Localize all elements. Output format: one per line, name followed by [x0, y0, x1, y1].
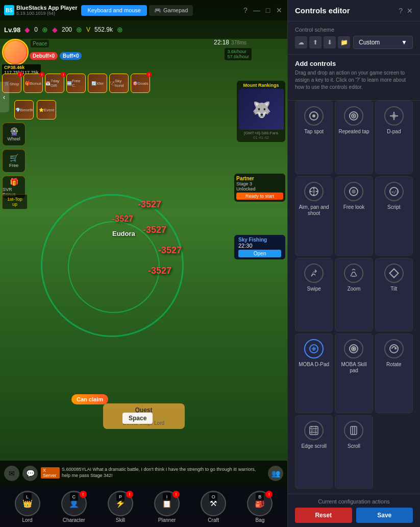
control-tap-spot[interactable]: Tap spot — [295, 101, 333, 174]
maximize-button[interactable]: □ — [264, 6, 272, 14]
swipe-icon — [304, 264, 324, 283]
scheme-upload-icon[interactable]: ⬆ — [309, 36, 322, 49]
control-script[interactable]: </> Script — [375, 176, 413, 256]
tab-gamepad[interactable]: 🎮 Gamepad — [149, 5, 193, 16]
avatar-section[interactable]: CP38.46k 117.75k/117.75k — [2, 39, 29, 65]
control-aim-pan[interactable]: Aim, pan and shoot — [295, 176, 333, 256]
hotbar-skill[interactable]: P ⚡ ! Skill — [108, 491, 133, 523]
partner-stage: Stage 3 — [236, 181, 283, 186]
svg-text:</>: </> — [391, 190, 399, 195]
mount-subtitle: [GMT+8]-S88.Fara — [239, 131, 283, 135]
reset-button[interactable]: Reset — [295, 508, 352, 523]
planner-excl: ! — [172, 491, 180, 498]
dpad-icon — [384, 106, 404, 126]
fishing-open-btn[interactable]: Open — [238, 250, 281, 257]
skill-7day[interactable]: 📅 ! 7day Gift — [45, 74, 64, 93]
top-bar: BS BlueStacks App Player 5.19.100.1019 (… — [0, 0, 287, 20]
hotbar-key-character: C — [70, 493, 78, 501]
hotbar-key-skill: P — [116, 493, 125, 501]
topup-btn[interactable]: 1st-Top up — [2, 194, 28, 209]
social-icon-btn[interactable]: 👥 — [268, 466, 283, 481]
hotbar-character[interactable]: C 👤 ! Character — [61, 491, 87, 523]
svg-point-22 — [390, 345, 398, 353]
stats-panel: 3.6k/hour 57.6k/hour — [225, 48, 252, 60]
scheme-select[interactable]: Custom ▼ — [353, 36, 413, 49]
hotbar-bag[interactable]: B 🎒 ! Bag — [247, 491, 273, 523]
control-dpad[interactable]: D-pad — [375, 101, 413, 174]
hotbar-label-lord: Lord — [22, 517, 33, 523]
minimize-button[interactable]: — — [253, 6, 261, 14]
control-free-look[interactable]: Free look — [335, 176, 373, 256]
partner-panel: Partner Stage 3 Unlocked Ready to start — [234, 174, 285, 202]
wheel-label: Wheel — [7, 136, 20, 141]
hotbar-planner[interactable]: I 📋 ! Planner — [154, 491, 180, 523]
free-look-icon — [344, 182, 363, 201]
dpad-label: D-pad — [387, 129, 401, 135]
chat-message: S.600085YLAI What a dramatic battle, I d… — [62, 467, 265, 478]
panel-help-icon[interactable]: ? — [399, 7, 403, 15]
scheme-download-icon[interactable]: ⬇ — [324, 36, 336, 49]
skill-free[interactable]: 🆓 Free C. — [66, 74, 86, 93]
svg-point-13 — [352, 190, 355, 193]
scheme-label: Control scheme — [295, 27, 413, 33]
skill-xfer[interactable]: 🔄 Xfer — [88, 74, 107, 93]
nav-arrow[interactable]: ‹ — [0, 82, 9, 112]
panel-header-icons: ? ✕ — [399, 7, 413, 15]
skill-bonus[interactable]: 🎁 ! Bonus — [23, 74, 43, 93]
bluestacks-logo: BS BlueStacks App Player 5.19.100.1019 (… — [4, 5, 77, 16]
skill-event[interactable]: ⭐ Event — [37, 100, 56, 119]
scheme-cloud-icon[interactable]: ☁ — [295, 36, 307, 49]
control-tilt[interactable]: Tilt — [375, 258, 413, 331]
skill-goals[interactable]: 🎯 ! Goals — [131, 74, 150, 93]
mount-image: 🐺 — [239, 89, 284, 130]
hotbar-lord[interactable]: L 👑 Lord — [15, 491, 40, 523]
currency2-add[interactable]: ⊕ — [76, 26, 82, 34]
scheme-folder-icon[interactable]: 📁 — [338, 36, 350, 49]
free-label: Free — [9, 163, 19, 168]
save-button[interactable]: Save — [356, 508, 413, 523]
currency1-add[interactable]: ⊕ — [42, 26, 48, 34]
mail-icon-btn[interactable]: ✉ — [4, 466, 19, 481]
control-moba-skill[interactable]: MOBA Skill pad — [335, 333, 373, 413]
ready-button[interactable]: Ready to start — [236, 193, 283, 200]
damage-2: -3527 — [112, 214, 133, 224]
gamepad-icon: 🎮 — [154, 7, 161, 14]
skill-excl: ! — [126, 491, 133, 498]
skill-skyhund[interactable]: 🏹 Sky hund — [109, 74, 129, 93]
panel-close-icon[interactable]: ✕ — [407, 7, 413, 15]
svg-rect-5 — [392, 114, 396, 117]
control-rotate[interactable]: Rotate — [375, 333, 413, 413]
fishing-time: 22:30 — [238, 243, 281, 249]
help-button[interactable]: ? — [241, 6, 250, 14]
control-scroll[interactable]: Scroll — [335, 415, 373, 489]
wheel-btn[interactable]: 🎡 Wheel — [2, 123, 26, 146]
currency3: 552.9k — [94, 26, 113, 33]
control-edge-scroll[interactable]: Edge scroll — [295, 415, 333, 489]
sky-fishing-panel: Sky Fishing 22:30 Open — [234, 235, 285, 259]
aim-pan-label: Aim, pan and shoot — [298, 204, 330, 217]
currency3-add[interactable]: ⊕ — [117, 26, 123, 34]
control-zoom[interactable]: Zoom — [335, 258, 373, 331]
repeated-tap-label: Repeated tap — [338, 129, 369, 135]
tab-keyboard-mouse[interactable]: Keyboard and mouse — [81, 5, 147, 16]
skill-benefit[interactable]: 💎 Benefit — [14, 100, 34, 119]
can-claim[interactable]: Can claim — [71, 394, 108, 404]
hotbar-craft[interactable]: O ⚒ Craft — [201, 491, 226, 523]
rotate-label: Rotate — [386, 362, 401, 368]
repeated-tap-icon — [344, 106, 363, 126]
bottom-hotbar: L 👑 Lord C 👤 ! Character P ⚡ ! Skill I — [0, 486, 287, 527]
space-key[interactable]: Space — [122, 413, 153, 424]
damage-5: -3527 — [148, 266, 171, 276]
stat1: 3.6k/hour — [227, 49, 249, 54]
avatar-inner — [4, 41, 27, 63]
control-swipe[interactable]: Swipe — [295, 258, 333, 331]
close-button[interactable]: ✕ — [275, 6, 283, 14]
mount-panel: Mount Rankings 🐺 [GMT+8]-S88.Fara 01:41:… — [237, 81, 285, 142]
tab-bar: Keyboard and mouse 🎮 Gamepad — [81, 5, 237, 16]
status-badges: Debuff×0 Buff×0 — [30, 52, 82, 60]
svg-point-4 — [353, 115, 354, 116]
control-repeated-tap[interactable]: Repeated tap — [335, 101, 373, 174]
control-moba-dpad[interactable]: MOBA D-Pad — [295, 333, 333, 413]
free-btn[interactable]: 🛒 Free — [2, 149, 26, 173]
chat-icon-btn[interactable]: 💬 — [22, 466, 38, 481]
